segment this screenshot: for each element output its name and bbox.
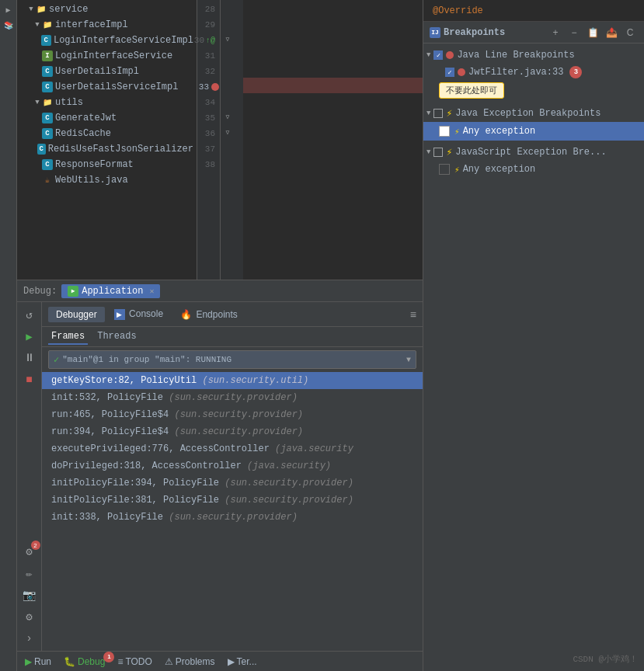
run-icon: ▶	[25, 656, 32, 667]
tree-label-redisusefastjsonserializer: RedisUseFastJsonSerializer	[48, 144, 193, 155]
frames-tab[interactable]: Frames	[48, 329, 88, 345]
debugger-tab[interactable]: Debugger	[48, 307, 105, 322]
tree-item-responseformat[interactable]: C ResponseFormat	[17, 157, 197, 172]
line-35: 35	[205, 110, 215, 126]
tree-item-logininterfaceserviceimpl[interactable]: C LoginInterfaceServiceImpl	[17, 33, 197, 48]
sidebar-icon-1[interactable]: ▶	[2, 3, 16, 17]
debug-button[interactable]: 🐛 Debug 1	[59, 655, 110, 669]
debug-title-bar: Debug: ▶ Application ✕	[17, 280, 423, 302]
endpoints-icon: 🔥	[180, 309, 192, 320]
stack-frame-5[interactable]: doPrivileged:318, AccessController (java…	[42, 457, 423, 475]
breakpoints-content: ▼ ✓ Java Line Breakpoints ✓ JwtFilter.ja…	[423, 43, 644, 671]
java-line-bp-header[interactable]: ▼ ✓ Java Line Breakpoints	[423, 47, 644, 64]
bp-add-button[interactable]: +	[548, 25, 563, 40]
camera-icon[interactable]: 📷	[20, 586, 39, 604]
gutter-arrow-35: ▽	[221, 109, 235, 124]
tree-item-webutils[interactable]: ☕ WebUtils.java	[17, 172, 197, 188]
line-36: 36	[205, 126, 215, 141]
js-exception-bp-header[interactable]: ▼ ⚡ JavaScript Exception Bre...	[423, 144, 644, 161]
run-button[interactable]: ▶ Run	[20, 655, 56, 669]
structure-icon[interactable]: ⚙ 2	[20, 542, 39, 561]
line-num-text: 29	[205, 20, 215, 30]
stack-frame-1[interactable]: init:532, PolicyFile (sun.security.provi…	[42, 389, 423, 406]
bp-c-button[interactable]: C	[622, 25, 638, 40]
any-exception-item[interactable]: ⚡ Any exception	[423, 122, 644, 141]
tree-label-service: service	[49, 4, 88, 15]
app-icon: ▶	[68, 286, 78, 297]
java-exception-bp-header[interactable]: ▼ ⚡ Java Exception Breakpoints	[423, 105, 644, 122]
tree-item-logininterfaceservice[interactable]: I LoginInterfaceService	[17, 48, 197, 64]
stack-frame-0[interactable]: getKeyStore:82, PolicyUtil (sun.security…	[42, 372, 423, 389]
any-exception-label: Any exception	[463, 126, 536, 137]
any-exception-checkbox[interactable]	[439, 126, 450, 137]
sidebar-icon-2[interactable]: 📚	[2, 19, 16, 33]
badge-2: 2	[31, 541, 40, 550]
warning-icon: ⚠	[165, 656, 173, 667]
thread-check-icon: ✓	[54, 354, 59, 366]
gear-icon[interactable]: ⚙	[20, 607, 39, 626]
js-lightning-icon: ⚡	[454, 165, 460, 175]
todo-button[interactable]: ≡ TODO	[113, 655, 156, 669]
override-header: @Override	[423, 0, 644, 22]
tree-item-rediscache[interactable]: C RedisCache	[17, 126, 197, 141]
line-28: 28	[205, 2, 215, 17]
jwtfilter-label: JwtFilter.java:33	[468, 67, 563, 78]
pause-icon[interactable]: ⏸	[20, 349, 39, 367]
stack-frame-2[interactable]: run:465, PolicyFile$4 (sun.security.prov…	[42, 406, 423, 423]
debug-app-tab[interactable]: ▶ Application ✕	[61, 284, 160, 298]
js-any-exception-checkbox[interactable]	[439, 164, 450, 175]
java-line-checkbox[interactable]: ✓	[433, 50, 443, 60]
folder-icon-service: 📁	[36, 4, 47, 15]
java-exception-lightning: ⚡	[446, 107, 452, 120]
stack-frame-7[interactable]: initPolicyFile:381, PolicyFile (sun.secu…	[42, 492, 423, 509]
bp-export-button[interactable]: 📤	[604, 25, 619, 40]
bp-copy-button[interactable]: 📋	[585, 25, 600, 40]
badge-3: 3	[569, 66, 582, 78]
stop-icon[interactable]: ■	[20, 370, 39, 389]
tree-item-interfaceimpl[interactable]: ▼ 📁 interfaceImpl	[17, 17, 197, 33]
tree-label-userdetailsserviceimpl: UserDetailsServiceImpl	[55, 82, 178, 92]
debug-label: Debug:	[23, 286, 57, 297]
annotation-text: 不要此处即可	[446, 86, 497, 96]
jwtfilter-bp-item[interactable]: ✓ JwtFilter.java:33 3	[423, 64, 644, 81]
menu-icon[interactable]: ≡	[410, 308, 416, 321]
stack-frame-4[interactable]: executePrivileged:776, AccessController …	[42, 440, 423, 457]
js-any-exception-item[interactable]: ⚡ Any exception	[423, 161, 644, 178]
tree-label-logininterfaceservice: LoginInterfaceService	[55, 50, 172, 61]
list-icon: ≡	[117, 656, 123, 667]
chevron-icon[interactable]: ›	[20, 629, 39, 648]
js-exception-label: JavaScript Exception Bre...	[455, 147, 606, 158]
csdn-watermark: CSDN @小学鸡！	[573, 653, 638, 665]
stack-frame-8[interactable]: init:338, PolicyFile (sun.security.provi…	[42, 509, 423, 526]
java-exception-bp-section: ▼ ⚡ Java Exception Breakpoints ⚡ Any exc…	[423, 105, 644, 141]
stack-frame-6[interactable]: initPolicyFile:394, PolicyFile (sun.secu…	[42, 475, 423, 492]
pen-icon[interactable]: ✏	[20, 564, 39, 582]
threads-tab[interactable]: Threads	[94, 329, 139, 345]
close-icon[interactable]: ✕	[149, 287, 154, 296]
line-num-text: 32	[205, 67, 215, 76]
breakpoints-header: IJ Breakpoints + − 📋 📤 C	[423, 22, 644, 43]
console-tab[interactable]: ▶ Console	[106, 306, 171, 322]
tree-label-responseformat: ResponseFormat	[55, 159, 134, 170]
tree-item-userdetailsserviceimpl[interactable]: C UserDetailsServiceImpl	[17, 79, 197, 95]
jwtfilter-checkbox[interactable]: ✓	[445, 68, 454, 77]
tree-item-redisusefastjsonserializer[interactable]: C RedisUseFastJsonSerializer	[17, 141, 197, 157]
tree-label-interfaceimpl: interfaceImpl	[55, 19, 128, 30]
restart-icon[interactable]: ↺	[20, 305, 39, 324]
endpoints-tab[interactable]: 🔥 Endpoints	[172, 307, 245, 322]
tree-item-userdetailsimpl[interactable]: C UserDetailsImpl	[17, 64, 197, 79]
thread-dropdown[interactable]: ✓ "main"@1 in group "main": RUNNING ▼	[48, 350, 416, 369]
tree-item-service[interactable]: ▼ 📁 service	[17, 2, 197, 17]
tree-arrow-utils: ▼	[33, 98, 42, 107]
tree-item-generatejwt[interactable]: C GenerateJwt	[17, 110, 197, 126]
jwtfilter-dot	[458, 68, 465, 76]
terminal-button[interactable]: ▶ Ter...	[223, 655, 262, 669]
stack-frames-list: getKeyStore:82, PolicyUtil (sun.security…	[42, 372, 423, 651]
resume-icon[interactable]: ▶	[20, 327, 39, 346]
java-exception-checkbox[interactable]	[433, 109, 443, 118]
problems-button[interactable]: ⚠ Problems	[160, 655, 220, 669]
bp-remove-button[interactable]: −	[566, 25, 582, 40]
stack-frame-3[interactable]: → run:394, PolicyFile$4 (sun.security.pr…	[42, 423, 423, 440]
js-exception-checkbox[interactable]	[433, 148, 443, 157]
tree-item-utils[interactable]: ▼ 📁 utils	[17, 95, 197, 110]
